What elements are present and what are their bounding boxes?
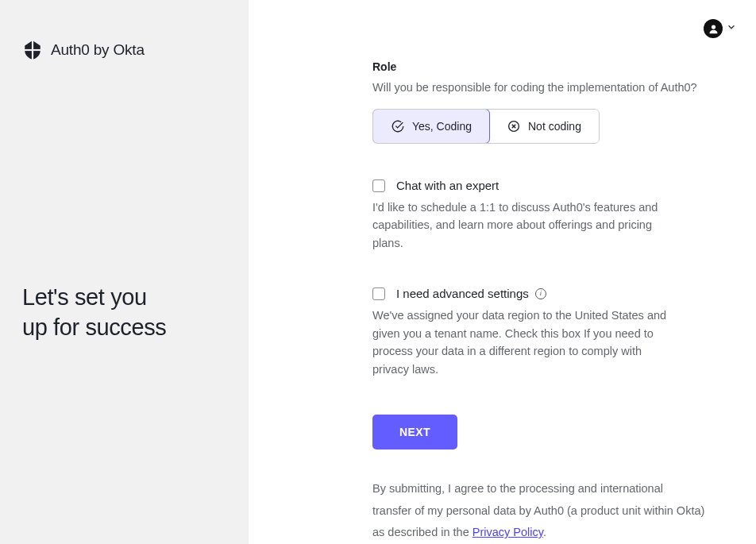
- headline-line-1: Let's set you: [22, 284, 147, 310]
- privacy-policy-link[interactable]: Privacy Policy: [472, 526, 543, 538]
- svg-point-2: [711, 25, 715, 29]
- topbar: [268, 19, 737, 38]
- advanced-settings-checkbox[interactable]: [372, 287, 385, 300]
- main: Role Will you be responsible for coding …: [249, 0, 756, 544]
- svg-rect-1: [22, 49, 43, 51]
- role-option-yes-label: Yes, Coding: [412, 120, 472, 133]
- agreement-text: By submitting, I agree to the processing…: [372, 478, 705, 544]
- brand: Auth0 by Okta: [22, 40, 226, 60]
- role-question: Will you be responsible for coding the i…: [372, 79, 705, 96]
- advanced-settings-description: We've assigned your data region to the U…: [372, 307, 674, 378]
- info-icon[interactable]: i: [535, 288, 546, 299]
- chat-expert-description: I'd like to schedule a 1:1 to discuss Au…: [372, 199, 674, 252]
- agreement-post: .: [543, 526, 546, 538]
- check-circle-icon: [391, 119, 405, 133]
- auth0-logo-icon: [22, 40, 43, 60]
- sidebar-headline: Let's set you up for success: [22, 283, 226, 342]
- sidebar: Auth0 by Okta Let's set you up for succe…: [0, 0, 249, 544]
- advanced-settings-label: I need advanced settings: [396, 287, 529, 300]
- headline-line-2: up for success: [22, 314, 166, 340]
- chat-expert-checkbox[interactable]: [372, 179, 385, 192]
- form-content: Role Will you be responsible for coding …: [372, 60, 705, 544]
- role-label: Role: [372, 60, 705, 73]
- role-option-no-label: Not coding: [528, 120, 581, 133]
- role-option-yes[interactable]: Yes, Coding: [372, 109, 490, 144]
- next-button[interactable]: NEXT: [372, 415, 457, 449]
- brand-name: Auth0 by Okta: [51, 41, 145, 59]
- expert-section: Chat with an expert I'd like to schedule…: [372, 179, 705, 252]
- chat-expert-label: Chat with an expert: [396, 179, 499, 192]
- avatar[interactable]: [704, 19, 723, 38]
- advanced-section: I need advanced settings i We've assigne…: [372, 287, 705, 378]
- role-toggle-group: Yes, Coding Not coding: [372, 109, 600, 144]
- role-section: Role Will you be responsible for coding …: [372, 60, 705, 144]
- chevron-down-icon[interactable]: [726, 21, 737, 36]
- x-circle-icon: [507, 119, 521, 133]
- role-option-no[interactable]: Not coding: [489, 110, 599, 143]
